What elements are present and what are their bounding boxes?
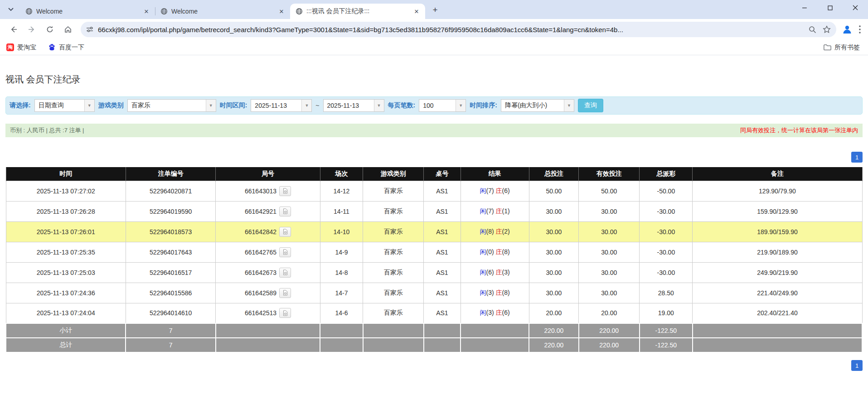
video-replay-button[interactable] [279,227,291,237]
profile-avatar[interactable] [842,24,853,35]
window-close-button[interactable] [843,0,868,15]
result-banker-score: (2) [502,228,510,235]
round-number: 661643013 [245,187,276,195]
cell-note: 202.40/221.40 [693,303,862,323]
result-player: 闲 [480,309,486,316]
result-player-score: (7) [486,187,494,194]
query-type-select[interactable]: 日期查询 ▼ [34,99,95,112]
cell-note: 159.90/129.90 [693,201,862,221]
cell-total-bet: 30.00 [529,221,579,242]
cell-time: 2025-11-13 07:25:35 [6,242,126,262]
result-banker: 庄 [496,269,502,276]
video-replay-button[interactable] [279,186,291,196]
cell-table-no: AS1 [424,262,461,283]
all-bookmarks-button[interactable]: 所有书签 [824,43,860,52]
chevron-down-icon[interactable]: ▼ [84,100,94,111]
cell-bet-no: 522964016517 [126,262,215,283]
back-button[interactable] [6,22,21,37]
result-banker-score: (8) [502,289,510,296]
site-info-icon[interactable] [86,26,93,33]
video-replay-icon [282,310,288,316]
window-controls [792,0,868,15]
cell-game-type: 百家乐 [363,181,424,201]
date-from-select[interactable]: 2025-11-13 ▼ [251,99,312,112]
window-minimize-button[interactable] [792,0,817,15]
video-replay-button[interactable] [279,268,291,278]
cell-session: 14-12 [320,181,363,201]
chevron-down-icon[interactable]: ▼ [456,100,466,111]
taobao-icon: 淘 [6,43,14,51]
tab-welcome-1[interactable]: Welcome ✕ [20,4,155,19]
chevron-down-icon[interactable]: ▼ [374,100,384,111]
game-type-select[interactable]: 百家乐 ▼ [127,99,216,112]
zoom-icon[interactable] [809,26,816,34]
home-button[interactable] [60,22,76,37]
sort-select[interactable]: 降幂(由大到小) ▼ [501,99,574,112]
chevron-down-icon[interactable]: ▼ [206,100,216,111]
bookmark-star-icon[interactable] [823,25,831,34]
video-replay-button[interactable] [279,207,291,216]
filter-select-label: 请选择: [10,101,31,110]
menu-kebab-icon[interactable] [859,25,861,34]
video-replay-icon [282,208,288,214]
cell-time: 2025-11-13 07:26:28 [6,201,126,221]
cell-round-no: 661642589 [216,283,320,303]
chevron-down-icon[interactable]: ▼ [301,100,311,111]
address-bar[interactable]: 66cxkj98.com/ipl/portal.php/game/betreco… [81,22,836,37]
video-replay-button[interactable] [279,308,291,318]
header-round-no: 局号 [216,167,320,181]
video-replay-icon [282,269,288,275]
round-number: 661642673 [245,269,276,276]
tab-close-icon[interactable]: ✕ [412,7,421,15]
window-maximize-button[interactable] [817,0,843,15]
cell-time: 2025-11-13 07:27:02 [6,181,126,201]
pagination-top: 1 [5,152,863,163]
reload-button[interactable] [42,22,58,37]
cell-total-bet: 50.00 [529,181,579,201]
tab-close-icon[interactable]: ✕ [277,7,286,15]
cell-session: 14-8 [320,262,363,283]
bookmark-aitaobao[interactable]: 淘 爱淘宝 [6,43,36,52]
sort-label: 时间排序: [470,101,497,110]
result-banker: 庄 [496,207,502,215]
date-to-select[interactable]: 2025-11-13 ▼ [323,99,384,112]
page-1-button[interactable]: 1 [851,360,863,371]
round-number: 661642842 [245,228,276,235]
tab-close-icon[interactable]: ✕ [142,7,150,15]
cell-note: 249.90/219.90 [693,262,862,283]
url-text[interactable]: 66cxkj98.com/ipl/portal.php/game/betreco… [98,26,804,34]
reload-icon [46,25,54,34]
video-replay-button[interactable] [279,247,291,257]
tab-welcome-2[interactable]: Welcome ✕ [155,4,290,19]
result-player-score: (3) [486,289,494,296]
tab-search-button[interactable] [5,3,17,16]
cell-result: 闲(7) 庄(1) [461,201,529,221]
result-player-score: (0) [486,248,494,255]
total-row: 总计 7 220.00 220.00 -122.50 [6,338,862,352]
tab-bet-records[interactable]: :::视讯 会员下注纪录::: ✕ [290,4,425,19]
cell-payout: -30.00 [640,262,693,283]
chevron-down-icon[interactable]: ▼ [564,100,574,111]
result-banker: 庄 [496,289,502,296]
page-1-button[interactable]: 1 [851,152,863,163]
cell-total-bet: 30.00 [529,262,579,283]
subtotal-valid-bet: 220.00 [579,323,640,338]
cell-payout: -30.00 [640,201,693,221]
bet-records-table: 时间 注单编号 局号 场次 游戏类别 桌号 结果 总投注 有效投注 总派彩 备注… [5,167,863,353]
round-number: 661642589 [245,289,276,297]
page-content: 视讯 会员下注纪录 请选择: 日期查询 ▼ 游戏类别 百家乐 ▼ 时间区间: 2… [0,73,868,371]
cell-valid-bet: 30.00 [579,283,640,303]
table-row: 2025-11-13 07:24:36522964015586661642589… [6,283,862,303]
round-number: 661642765 [245,249,276,256]
result-player-score: (7) [486,207,494,215]
video-replay-button[interactable] [279,288,291,298]
per-page-select[interactable]: 100 ▼ [419,99,466,112]
header-total-bet: 总投注 [529,167,579,181]
query-button[interactable]: 查询 [578,99,603,112]
browser-toolbar: 66cxkj98.com/ipl/portal.php/game/betreco… [0,19,868,40]
new-tab-button[interactable]: + [429,4,441,16]
bookmark-baidu[interactable]: 百度一下 [48,43,84,52]
browser-tabstrip: Welcome ✕ Welcome ✕ :::视讯 会员下注纪录::: ✕ + [0,0,868,19]
round-number: 661642921 [245,208,276,215]
forward-button[interactable] [24,22,39,37]
